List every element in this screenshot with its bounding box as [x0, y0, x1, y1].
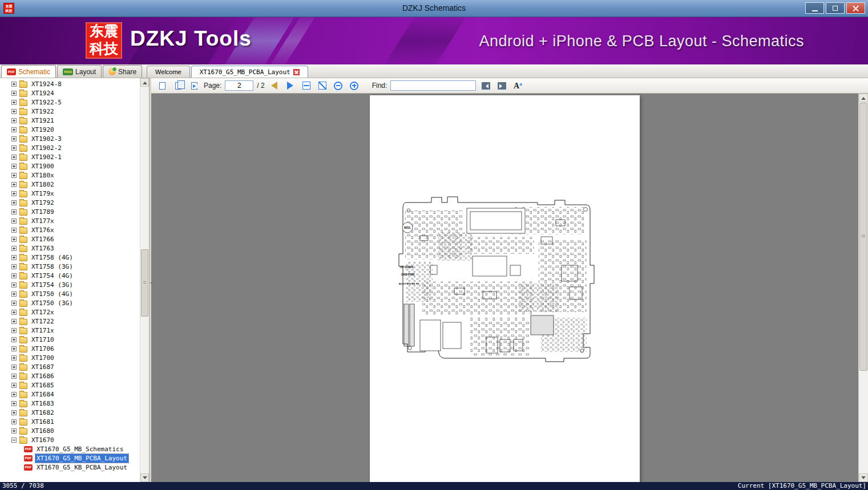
tree-folder[interactable]: XT1710	[0, 335, 140, 344]
expand-icon[interactable]	[11, 291, 17, 297]
expand-icon[interactable]	[11, 82, 17, 87]
expand-icon[interactable]	[11, 91, 17, 96]
expand-icon[interactable]	[11, 109, 17, 114]
tree-folder[interactable]: XT180x	[0, 171, 140, 180]
expand-icon[interactable]	[11, 337, 17, 342]
pdf-viewer[interactable]: WDL UP DOWN GND PWR BOOT IPS RX TX	[151, 94, 868, 482]
doc-tab-current[interactable]: XT1670_G5_MB_PCBA_Layout	[191, 66, 308, 78]
tree-folder[interactable]: XT1686	[0, 371, 140, 380]
expand-icon[interactable]	[11, 365, 17, 370]
minimize-button[interactable]	[805, 2, 824, 14]
expand-icon[interactable]	[11, 100, 17, 105]
find-previous-icon[interactable]	[479, 79, 492, 92]
expand-icon[interactable]	[11, 419, 17, 424]
fit-width-icon[interactable]	[300, 79, 313, 92]
tree-folder[interactable]: XT1754 (3G)	[0, 280, 140, 289]
tree-file[interactable]: XT1670_G5_MB_Schematics	[0, 444, 140, 453]
close-button[interactable]	[846, 2, 865, 14]
expand-icon[interactable]	[11, 200, 17, 205]
close-tab-icon[interactable]	[293, 69, 300, 75]
previous-page-button[interactable]	[268, 79, 281, 92]
tree-folder[interactable]: XT1750 (4G)	[0, 289, 140, 298]
expand-icon[interactable]	[11, 246, 17, 251]
tree-folder[interactable]: XT1750 (3G)	[0, 298, 140, 307]
tree-file[interactable]: XT1670_G5_KB_PCBA_Layout	[0, 463, 140, 472]
tree-file[interactable]: XT1670_G5_MB_PCBA_Layout	[0, 453, 140, 463]
maximize-button[interactable]	[826, 2, 845, 14]
expand-icon[interactable]	[11, 164, 17, 169]
find-next-icon[interactable]	[495, 79, 508, 92]
expand-icon[interactable]	[11, 328, 17, 333]
expand-icon[interactable]	[11, 319, 17, 324]
single-page-icon[interactable]	[156, 79, 168, 92]
tree-folder[interactable]: XT1722	[0, 317, 140, 326]
expand-icon[interactable]	[11, 310, 17, 315]
tree-folder[interactable]: XT1763	[0, 244, 140, 253]
tree-folder[interactable]: XT1766	[0, 234, 140, 244]
expand-icon[interactable]	[11, 355, 17, 361]
tree-folder[interactable]: XT1924	[0, 88, 140, 98]
tree-folder[interactable]: XT1922-5	[0, 98, 140, 107]
expand-icon[interactable]	[11, 191, 17, 196]
tree-folder[interactable]: XT1900	[0, 161, 140, 171]
expand-icon[interactable]	[11, 136, 17, 141]
tree-folder[interactable]: XT176x	[0, 225, 140, 234]
expand-icon[interactable]	[11, 182, 17, 187]
zoom-in-icon[interactable]	[348, 79, 361, 92]
expand-icon[interactable]	[11, 346, 17, 351]
expand-icon[interactable]	[11, 410, 17, 415]
zoom-out-icon[interactable]	[332, 79, 345, 92]
expand-icon[interactable]	[11, 401, 17, 406]
scroll-down-icon[interactable]	[140, 473, 149, 482]
expand-icon[interactable]	[11, 428, 17, 434]
tree-folder[interactable]: XT171x	[0, 326, 140, 335]
tree-folder[interactable]: XT172x	[0, 307, 140, 317]
tree-folder[interactable]: XT1758 (4G)	[0, 253, 140, 262]
doc-tab-welcome[interactable]: Welcome	[147, 66, 190, 78]
expand-icon[interactable]	[11, 282, 17, 287]
collapse-icon[interactable]	[11, 438, 17, 443]
scroll-up-icon[interactable]	[140, 78, 149, 87]
expand-icon[interactable]	[11, 218, 17, 224]
tree-folder[interactable]: XT1687	[0, 362, 140, 371]
tab-share[interactable]: Share	[103, 65, 142, 78]
tree-folder[interactable]: XT1758 (3G)	[0, 262, 140, 271]
expand-icon[interactable]	[11, 118, 17, 123]
expand-icon[interactable]	[11, 301, 17, 306]
match-case-icon[interactable]	[511, 79, 524, 92]
page-layout-icon[interactable]	[188, 79, 200, 92]
viewer-scroll-up-icon[interactable]	[859, 94, 868, 102]
tree-folder[interactable]: XT1920	[0, 125, 140, 134]
expand-icon[interactable]	[11, 173, 17, 178]
expand-icon[interactable]	[11, 255, 17, 260]
tree-folder[interactable]: XT1670	[0, 435, 140, 444]
expand-icon[interactable]	[11, 209, 17, 214]
tree-folder[interactable]: XT1792	[0, 198, 140, 207]
tree-folder[interactable]: XT1902-3	[0, 134, 140, 143]
tree-folder[interactable]: XT1685	[0, 380, 140, 390]
viewer-scroll-down-icon[interactable]	[859, 473, 868, 482]
tree-folder[interactable]: XT1922	[0, 107, 140, 116]
expand-icon[interactable]	[11, 392, 17, 397]
tree-folder[interactable]: XT1802	[0, 180, 140, 189]
tree-folder[interactable]: XT1700	[0, 353, 140, 362]
tree-folder[interactable]: XT1921	[0, 116, 140, 125]
expand-icon[interactable]	[11, 145, 17, 151]
viewer-scrollbar[interactable]	[858, 94, 868, 482]
viewer-scroll-thumb[interactable]	[859, 103, 867, 371]
tree-folder[interactable]: XT1902-2	[0, 143, 140, 152]
tree-folder[interactable]: XT1684	[0, 390, 140, 399]
tree-folder[interactable]: XT179x	[0, 189, 140, 198]
find-input[interactable]	[390, 80, 476, 91]
expand-icon[interactable]	[11, 127, 17, 132]
tree-folder[interactable]: XT1683	[0, 399, 140, 408]
fit-page-icon[interactable]	[316, 79, 329, 92]
tree-folder[interactable]: XT1789	[0, 207, 140, 216]
expand-icon[interactable]	[11, 237, 17, 242]
tree-folder[interactable]: XT1754 (4G)	[0, 271, 140, 280]
tree-folder[interactable]: XT1682	[0, 408, 140, 417]
tab-schematic[interactable]: Schematic	[1, 65, 56, 78]
expand-icon[interactable]	[11, 155, 17, 160]
expand-icon[interactable]	[11, 383, 17, 388]
expand-icon[interactable]	[11, 374, 17, 379]
